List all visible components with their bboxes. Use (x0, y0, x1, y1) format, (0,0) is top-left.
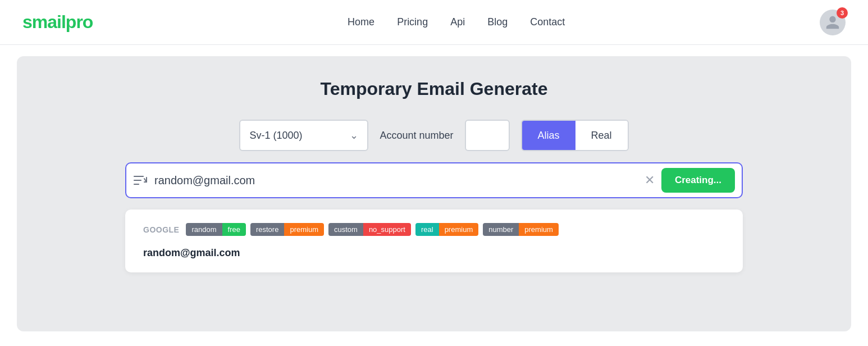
nav-api[interactable]: Api (450, 16, 465, 28)
logo[interactable]: smailpro (22, 12, 93, 33)
chevron-down-icon: ⌄ (350, 129, 358, 142)
email-input[interactable] (154, 174, 638, 187)
tag-number-left: number (483, 223, 519, 236)
result-email[interactable]: random@gmail.com (143, 247, 725, 259)
header: smailpro Home Pricing Api Blog Contact 3 (0, 0, 868, 45)
nav-contact[interactable]: Contact (530, 16, 565, 28)
tag-number-right: premium (519, 223, 559, 236)
tag-custom-left: custom (328, 223, 363, 236)
nav-home[interactable]: Home (348, 16, 374, 28)
nav: Home Pricing Api Blog Contact (348, 16, 565, 28)
tag-real-left: real (415, 223, 439, 236)
dropdown-panel: GOOGLE random free restore premium custo… (125, 210, 743, 272)
user-avatar-wrapper[interactable]: 3 (820, 10, 846, 35)
tag-random: random free (186, 223, 245, 236)
tag-random-left: random (186, 223, 222, 236)
tag-restore: restore premium (250, 223, 324, 236)
page-title: Temporary Email Generate (51, 79, 817, 99)
type-buttons-group: Alias Real (521, 120, 629, 151)
account-number-input[interactable] (465, 120, 510, 151)
real-button[interactable]: Real (575, 121, 628, 150)
tag-restore-right: premium (284, 223, 324, 236)
tags-row: GOOGLE random free restore premium custo… (143, 223, 725, 236)
creating-button[interactable]: Creating... (661, 168, 735, 193)
notification-badge: 3 (837, 7, 848, 19)
server-select[interactable]: Sv-1 (1000) ⌄ (239, 120, 368, 151)
tag-number: number premium (483, 223, 559, 236)
tag-random-right: free (222, 223, 246, 236)
provider-label: GOOGLE (143, 225, 179, 234)
server-select-text: Sv-1 (1000) (249, 130, 302, 142)
tag-custom: custom no_support (328, 223, 411, 236)
controls-row: Sv-1 (1000) ⌄ Account number Alias Real (51, 120, 817, 151)
sort-icon[interactable] (133, 174, 148, 186)
alias-button[interactable]: Alias (522, 121, 575, 150)
email-input-row: ✕ Creating... (125, 162, 743, 198)
main-content: Temporary Email Generate Sv-1 (1000) ⌄ A… (17, 56, 851, 331)
account-number-label: Account number (380, 130, 453, 142)
tag-real: real premium (415, 223, 478, 236)
tag-real-right: premium (439, 223, 479, 236)
clear-icon[interactable]: ✕ (645, 173, 655, 188)
tag-custom-right: no_support (363, 223, 411, 236)
nav-blog[interactable]: Blog (487, 16, 508, 28)
tag-restore-left: restore (250, 223, 284, 236)
nav-pricing[interactable]: Pricing (397, 16, 428, 28)
